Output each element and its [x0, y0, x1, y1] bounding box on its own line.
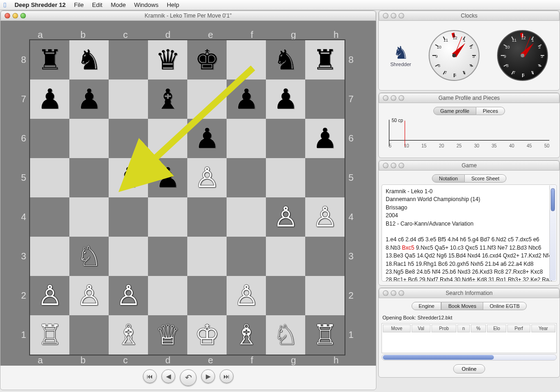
- piece-wp[interactable]: ♙: [77, 282, 102, 310]
- square-g6[interactable]: [266, 119, 305, 158]
- piece-wp[interactable]: ♙: [273, 203, 298, 231]
- close-icon[interactable]: [383, 13, 388, 18]
- square-a3[interactable]: [30, 237, 69, 276]
- nav-prev-button[interactable]: ◀: [161, 369, 175, 383]
- square-h2[interactable]: [305, 276, 345, 315]
- scrollbar[interactable]: [549, 185, 556, 281]
- square-a4[interactable]: [30, 197, 69, 237]
- square-h6[interactable]: ♟: [305, 119, 345, 158]
- piece-wp[interactable]: ♙: [37, 282, 62, 310]
- tab-pieces[interactable]: Pieces: [476, 107, 505, 115]
- square-e5[interactable]: ♙: [187, 158, 227, 197]
- square-e1[interactable]: ♔: [187, 315, 227, 355]
- square-c5[interactable]: ♝: [109, 158, 148, 197]
- nav-last-button[interactable]: ⏭: [220, 369, 234, 383]
- square-d1[interactable]: ♕: [148, 315, 187, 355]
- square-b2[interactable]: ♙: [69, 276, 109, 315]
- square-e2[interactable]: [187, 276, 227, 315]
- square-h3[interactable]: [305, 237, 345, 276]
- menu-edit[interactable]: Edit: [92, 1, 102, 8]
- piece-bp[interactable]: ♟: [155, 164, 180, 192]
- close-icon[interactable]: [5, 13, 10, 18]
- zoom-icon[interactable]: [399, 163, 404, 168]
- tab-book-moves[interactable]: Book Moves: [441, 302, 483, 310]
- tab-engine[interactable]: Engine: [412, 302, 441, 310]
- close-icon[interactable]: [383, 95, 388, 101]
- square-b8[interactable]: ♞: [69, 40, 109, 80]
- piece-bp[interactable]: ♟: [313, 125, 338, 153]
- close-icon[interactable]: [383, 163, 388, 168]
- menu-file[interactable]: File: [74, 1, 84, 8]
- minimize-icon[interactable]: [12, 13, 18, 18]
- nav-first-button[interactable]: ⏮: [143, 369, 157, 383]
- piece-bk[interactable]: ♚: [195, 46, 220, 74]
- square-h5[interactable]: [305, 158, 345, 197]
- col-prob[interactable]: Prob: [431, 325, 456, 332]
- square-e4[interactable]: [187, 197, 227, 237]
- square-e3[interactable]: [187, 237, 227, 276]
- piece-br[interactable]: ♜: [37, 46, 62, 74]
- close-icon[interactable]: [383, 290, 388, 296]
- square-d7[interactable]: ♝: [148, 80, 187, 119]
- piece-bq[interactable]: ♛: [155, 46, 180, 74]
- square-e8[interactable]: ♚: [187, 40, 227, 80]
- square-c3[interactable]: [109, 237, 148, 276]
- piece-wp[interactable]: ♙: [195, 164, 220, 192]
- square-d4[interactable]: [148, 197, 187, 237]
- zoom-icon[interactable]: [399, 290, 404, 296]
- square-a2[interactable]: ♙: [30, 276, 69, 315]
- square-g7[interactable]: ♟: [266, 80, 305, 119]
- square-f1[interactable]: ♗: [227, 315, 266, 355]
- square-f6[interactable]: [227, 119, 266, 158]
- square-f2[interactable]: ♙: [227, 276, 266, 315]
- notation-text[interactable]: Kramnik - Leko 1-0 Dannemann World Champ…: [382, 184, 557, 282]
- chess-board[interactable]: ♜♞♛♚♞♜♟♟♝♟♟♟♟♝♟♙♙♙♘♙♙♙♙♖♗♕♔♗♘♖: [30, 40, 345, 355]
- square-a5[interactable]: [30, 158, 69, 197]
- board-titlebar[interactable]: Kramnik - Leko Time Per Move 0'1'': [0, 11, 376, 21]
- square-d5[interactable]: ♟: [148, 158, 187, 197]
- square-h1[interactable]: ♖: [305, 315, 345, 355]
- col-n[interactable]: n: [457, 325, 470, 332]
- square-a6[interactable]: [30, 119, 69, 158]
- square-c6[interactable]: [109, 119, 148, 158]
- square-a1[interactable]: ♖: [30, 315, 69, 355]
- piece-bp[interactable]: ♟: [234, 86, 259, 113]
- square-g3[interactable]: [266, 237, 305, 276]
- scroll-knob[interactable]: [551, 188, 555, 211]
- piece-wp[interactable]: ♙: [116, 282, 141, 310]
- square-a7[interactable]: ♟: [30, 80, 69, 119]
- menu-windows[interactable]: Windows: [134, 1, 159, 8]
- tab-notation[interactable]: Notation: [432, 174, 465, 183]
- square-f7[interactable]: ♟: [227, 80, 266, 119]
- nav-next-button[interactable]: ▶: [201, 369, 215, 383]
- square-b1[interactable]: [69, 315, 109, 355]
- square-c7[interactable]: [109, 80, 148, 119]
- square-f5[interactable]: [227, 158, 266, 197]
- scroll-knob[interactable]: [383, 355, 494, 360]
- col-elo[interactable]: Elo: [487, 325, 506, 332]
- square-g8[interactable]: ♞: [266, 40, 305, 80]
- square-h4[interactable]: ♙: [305, 197, 345, 237]
- square-a8[interactable]: ♜: [30, 40, 69, 80]
- piece-br[interactable]: ♜: [313, 46, 338, 74]
- square-d6[interactable]: [148, 119, 187, 158]
- piece-wq[interactable]: ♕: [155, 321, 180, 349]
- book-moves-table[interactable]: MoveValProbn%EloPerfYear: [382, 323, 557, 353]
- square-d3[interactable]: [148, 237, 187, 276]
- col-%[interactable]: %: [471, 325, 486, 332]
- piece-wr[interactable]: ♖: [313, 321, 338, 349]
- h-scrollbar[interactable]: [382, 354, 557, 361]
- online-button[interactable]: Online: [453, 364, 486, 374]
- game-titlebar[interactable]: Game: [379, 160, 560, 171]
- nav-undo-button[interactable]: ↶: [180, 369, 197, 386]
- tab-online-egtb[interactable]: Online EGTB: [483, 302, 527, 310]
- piece-wr[interactable]: ♖: [37, 321, 62, 349]
- tab-scoresheet[interactable]: Score Sheet: [465, 174, 506, 183]
- tab-game-profile[interactable]: Game profile: [433, 107, 476, 115]
- square-c1[interactable]: ♗: [109, 315, 148, 355]
- square-d8[interactable]: ♛: [148, 40, 187, 80]
- zoom-icon[interactable]: [20, 13, 26, 18]
- square-g4[interactable]: ♙: [266, 197, 305, 237]
- piece-bp[interactable]: ♟: [77, 86, 102, 113]
- eval-graph[interactable]: 50 cp 5101520253035404550: [384, 117, 554, 154]
